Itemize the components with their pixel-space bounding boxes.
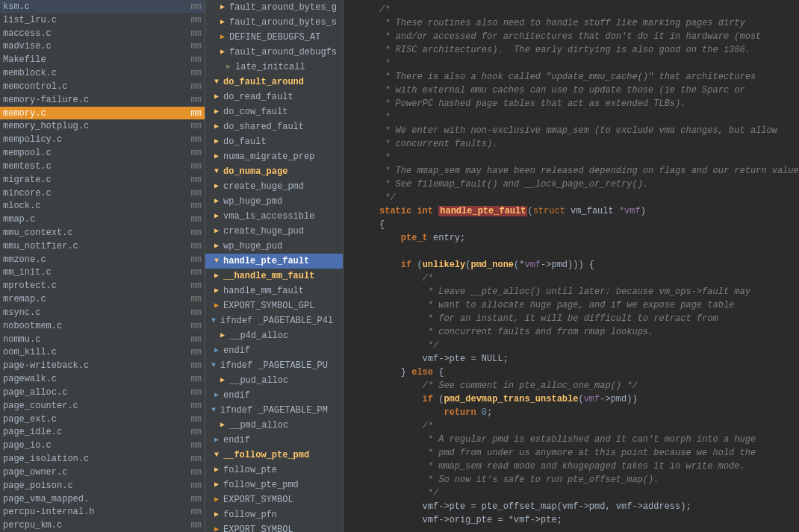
- file-name: page-writeback.c: [3, 360, 173, 371]
- tree-row[interactable]: ▼do_numa_page: [205, 164, 343, 179]
- file-row[interactable]: nobootmem.cmm: [0, 319, 205, 333]
- code-line: if (pmd_devmap_trans_unstable(vmf->pmd)): [343, 392, 799, 406]
- tree-row[interactable]: ▶__p4d_alloc: [205, 328, 343, 343]
- file-row[interactable]: page_ext.cmm: [0, 413, 205, 426]
- file-row[interactable]: page_poison.cmm: [0, 479, 205, 492]
- file-row[interactable]: page_idle.cmm: [0, 426, 205, 439]
- file-panel[interactable]: ksm.cmmlist_lru.cmmmaccess.cmmmadvise.cm…: [0, 0, 205, 532]
- code-panel[interactable]: /* * These routines also need to handle …: [343, 0, 799, 532]
- file-row[interactable]: page-writeback.cmm: [0, 359, 205, 372]
- tree-row[interactable]: ▶endif: [205, 433, 343, 448]
- tree-row[interactable]: ▶endif: [205, 343, 343, 358]
- tree-row[interactable]: ▶numa_migrate_prep: [205, 149, 343, 164]
- file-row[interactable]: mmzone.cmm: [0, 253, 205, 266]
- file-row[interactable]: nommu.cmm: [0, 333, 205, 346]
- file-row[interactable]: maccess.cmm: [0, 27, 205, 40]
- file-row[interactable]: oom_kill.cmm: [0, 346, 205, 360]
- code-line: /*: [343, 3, 799, 16]
- file-size: mm: [179, 241, 202, 251]
- file-row[interactable]: memory-failure.cmm: [0, 93, 205, 107]
- tree-row[interactable]: ▶do_cow_fault: [205, 104, 343, 119]
- tree-label: do_cow_fault: [223, 107, 287, 117]
- file-name: mempolicy.c: [3, 134, 173, 145]
- file-row[interactable]: mmap.cmm: [0, 213, 205, 226]
- tree-row[interactable]: ▼ifndef _PAGETABLE_PU: [205, 358, 343, 373]
- file-row[interactable]: memblock.cmm: [0, 66, 205, 80]
- file-row[interactable]: mremap.cmm: [0, 292, 205, 306]
- tree-panel[interactable]: ▶fault_around_bytes_g▶fault_around_bytes…: [205, 0, 343, 532]
- tree-row[interactable]: ▶follow_pte_pmd: [205, 478, 343, 492]
- tree-row[interactable]: ▶vma_is_accessible: [205, 209, 343, 224]
- tree-row[interactable]: ▼ifndef _PAGETABLE_P4l: [205, 313, 343, 328]
- file-row[interactable]: percpu_km.cmm: [0, 519, 205, 532]
- file-row[interactable]: memtest.cmm: [0, 160, 205, 173]
- file-row[interactable]: mincore.cmm: [0, 187, 205, 200]
- tree-label: fault_around_bytes_g: [229, 2, 337, 13]
- tree-row[interactable]: ▶follow_pfn: [205, 507, 343, 522]
- file-row[interactable]: page_io.cmm: [0, 439, 205, 452]
- file-row[interactable]: Makefilemm: [0, 53, 205, 66]
- tree-row[interactable]: ▶DEFINE_DEBUGFS_AT: [205, 30, 343, 45]
- tree-row[interactable]: ▶endif: [205, 388, 343, 403]
- file-row[interactable]: mmu_context.cmm: [0, 226, 205, 240]
- tree-row[interactable]: ▶wp_huge_pmd: [205, 194, 343, 209]
- file-row[interactable]: pagewalk.cmm: [0, 372, 205, 386]
- tree-label: follow_pte: [223, 465, 277, 475]
- tree-row[interactable]: ▶EXPORT_SYMBOL: [205, 522, 343, 532]
- tree-row[interactable]: ▶create_huge_pud: [205, 224, 343, 239]
- tree-row[interactable]: ▼do_fault_around: [205, 75, 343, 90]
- tree-row[interactable]: ▶do_fault: [205, 134, 343, 149]
- file-size: mm: [179, 281, 202, 291]
- file-row[interactable]: list_lru.cmm: [0, 13, 205, 27]
- file-row[interactable]: mmu_notifier.cmm: [0, 240, 205, 253]
- tree-icon: ▶: [211, 271, 222, 281]
- file-row[interactable]: page_owner.cmm: [0, 466, 205, 479]
- tree-row[interactable]: ▶__pmd_alloc: [205, 418, 343, 433]
- tree-row[interactable]: ▶__handle_mm_fault: [205, 269, 343, 284]
- tree-row[interactable]: ▶create_huge_pmd: [205, 179, 343, 194]
- file-name: memory-failure.c: [3, 95, 173, 105]
- file-row[interactable]: msync.cmm: [0, 306, 205, 319]
- file-row[interactable]: mprotect.cmm: [0, 279, 205, 292]
- file-row[interactable]: page_alloc.cmm: [0, 386, 205, 399]
- tree-row[interactable]: ▼__follow_pte_pmd: [205, 448, 343, 463]
- code-content: if (pmd_devmap_trans_unstable(vmf->pmd)): [379, 392, 793, 406]
- file-name: mmu_notifier.c: [3, 241, 173, 251]
- tree-row[interactable]: ▶handle_mm_fault: [205, 284, 343, 298]
- code-content: * RISC architectures). The early dirtyin…: [379, 43, 793, 57]
- file-row[interactable]: memory.cmm: [0, 107, 205, 120]
- code-line: vmf->pte = NULL;: [343, 352, 799, 366]
- file-row[interactable]: memory_hotplug.cmm: [0, 119, 205, 133]
- file-row[interactable]: madvise.cmm: [0, 40, 205, 53]
- tree-icon: ▶: [211, 390, 222, 401]
- tree-row[interactable]: ▶do_read_fault: [205, 90, 343, 104]
- file-size: mm: [179, 121, 202, 131]
- tree-row[interactable]: ▶__pud_alloc: [205, 373, 343, 388]
- tree-row[interactable]: ▶fault_around_bytes_g: [205, 0, 343, 15]
- file-row[interactable]: ksm.cmm: [0, 0, 205, 13]
- file-size: mm: [179, 267, 202, 278]
- file-row[interactable]: page_vma_mapped.mm: [0, 492, 205, 506]
- file-row[interactable]: mm_init.cmm: [0, 266, 205, 280]
- tree-row[interactable]: ▼handle_pte_fault: [205, 254, 343, 269]
- tree-label: wp_huge_pud: [223, 241, 282, 251]
- file-row[interactable]: page_counter.cmm: [0, 399, 205, 413]
- file-name: memblock.c: [3, 68, 173, 78]
- file-row[interactable]: percpu-internal.hmm: [0, 505, 205, 519]
- file-row[interactable]: mempool.cmm: [0, 146, 205, 160]
- tree-row[interactable]: ▶late_initcall: [205, 60, 343, 75]
- tree-row[interactable]: ▶do_shared_fault: [205, 119, 343, 134]
- tree-row[interactable]: ▶EXPORT_SYMBOL: [205, 492, 343, 507]
- tree-icon: ▼: [208, 360, 219, 371]
- tree-row[interactable]: ▶wp_huge_pud: [205, 239, 343, 254]
- file-row[interactable]: page_isolation.cmm: [0, 452, 205, 466]
- file-row[interactable]: mlock.cmm: [0, 199, 205, 213]
- tree-row[interactable]: ▶fault_around_bytes_s: [205, 15, 343, 30]
- tree-row[interactable]: ▶fault_around_debugfs: [205, 45, 343, 60]
- tree-row[interactable]: ▶follow_pte: [205, 463, 343, 478]
- file-row[interactable]: memcontrol.cmm: [0, 80, 205, 93]
- tree-row[interactable]: ▶EXPORT_SYMBOL_GPL: [205, 298, 343, 313]
- tree-row[interactable]: ▼ifndef _PAGETABLE_PM: [205, 403, 343, 418]
- file-row[interactable]: mempolicy.cmm: [0, 133, 205, 146]
- file-row[interactable]: migrate.cmm: [0, 173, 205, 187]
